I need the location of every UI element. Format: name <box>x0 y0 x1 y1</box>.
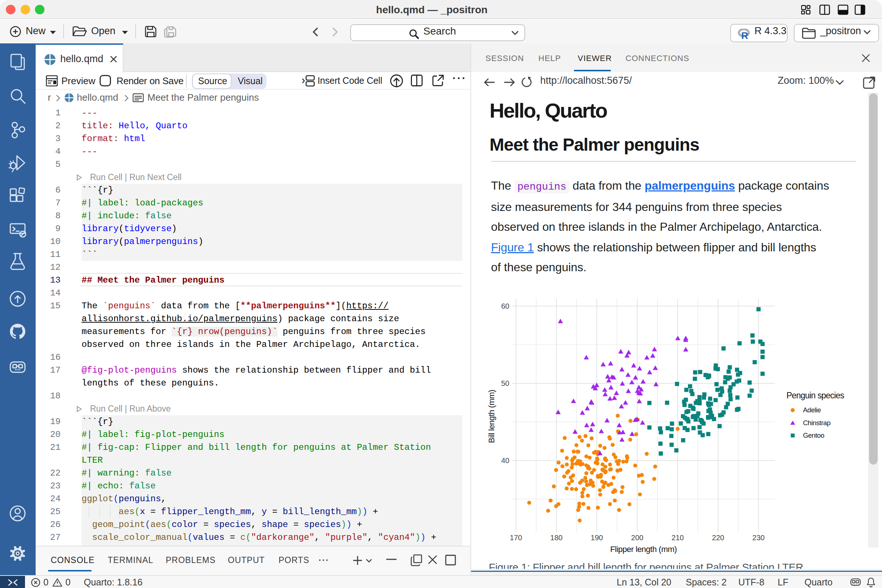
svg-text:Penguin species: Penguin species <box>786 391 844 400</box>
svg-text:60: 60 <box>501 302 509 310</box>
svg-text:Adelie: Adelie <box>803 406 821 414</box>
svg-text:200: 200 <box>631 534 643 542</box>
svg-text:Gentoo: Gentoo <box>803 432 824 439</box>
svg-text:230: 230 <box>752 534 764 542</box>
svg-text:Flipper length (mm): Flipper length (mm) <box>610 544 676 554</box>
svg-text:210: 210 <box>671 534 684 542</box>
svg-text:R: R <box>741 30 748 41</box>
svg-text:50: 50 <box>501 379 509 387</box>
svg-text:Chinstrap: Chinstrap <box>803 419 831 427</box>
svg-text:180: 180 <box>550 534 562 542</box>
svg-text:40: 40 <box>501 456 509 465</box>
svg-text:190: 190 <box>591 534 603 542</box>
svg-text:Bill length (mm): Bill length (mm) <box>487 390 496 443</box>
svg-text:170: 170 <box>510 534 522 542</box>
svg-text:220: 220 <box>712 534 724 542</box>
